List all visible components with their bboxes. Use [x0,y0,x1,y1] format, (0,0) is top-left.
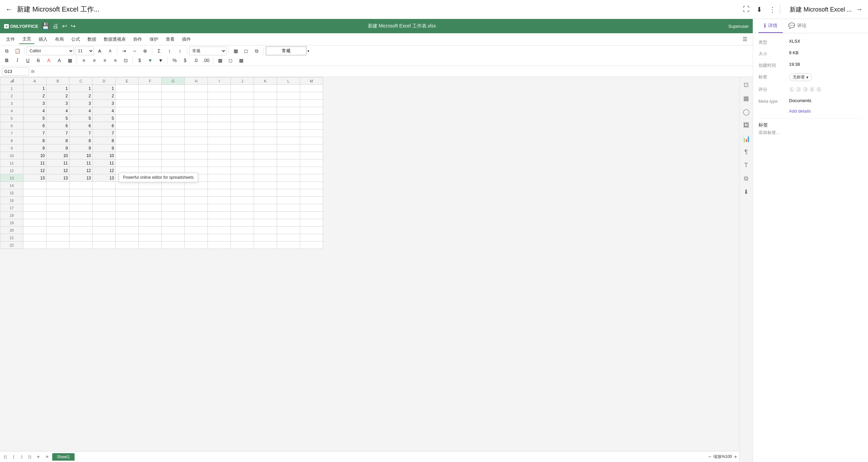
cell-g18[interactable] [162,212,185,219]
inc-button[interactable]: .00 [201,56,211,65]
cell-f18[interactable] [139,212,162,219]
cell-l4[interactable] [277,107,300,115]
align-center-button[interactable]: ≡ [90,56,99,65]
cell-m10[interactable] [300,152,323,159]
sheet-list-button[interactable]: ≡ [43,453,51,461]
cell-g20[interactable] [162,227,185,234]
cell-k17[interactable] [254,204,277,212]
star-2[interactable]: ② [796,86,801,93]
add-details-link[interactable]: Add details [789,109,811,114]
side-download-icon[interactable]: ⬇ [742,187,750,197]
cell-a2[interactable]: 2 [23,92,46,100]
cell-f4[interactable] [139,107,162,115]
bold-button[interactable]: B [2,56,12,65]
cell-j8[interactable] [231,137,254,145]
cell-b16[interactable] [46,197,70,204]
cell-c2[interactable]: 2 [70,92,93,100]
cell-c17[interactable] [70,204,93,212]
cell-i16[interactable] [208,197,231,204]
cell-i3[interactable] [208,100,231,107]
cell-j12[interactable] [231,167,254,174]
cell-e7[interactable] [116,130,139,137]
cell-e10[interactable] [116,152,139,159]
cell-l15[interactable] [277,189,300,197]
cell-h3[interactable] [185,100,208,107]
cell-m16[interactable] [300,197,323,204]
cell-a18[interactable] [23,212,46,219]
star-1[interactable]: ① [789,86,794,93]
cell-k8[interactable] [254,137,277,145]
sort-az-button[interactable]: ↕ [165,46,174,55]
cell-l8[interactable] [277,137,300,145]
cell-e9[interactable] [116,145,139,152]
cell-d10[interactable]: 10 [93,152,116,159]
cell-k16[interactable] [254,197,277,204]
side-copy-icon[interactable]: ⧉ [743,174,750,184]
row-header-3[interactable]: 3 [0,100,23,107]
row-header-1[interactable]: 1 [0,85,23,92]
cell-a16[interactable] [23,197,46,204]
cell-i4[interactable] [208,107,231,115]
cell-l20[interactable] [277,227,300,234]
cell-d13[interactable]: 13 [93,174,116,182]
cell-b8[interactable]: 8 [46,137,70,145]
cell-i12[interactable] [208,167,231,174]
cell-h16[interactable] [185,197,208,204]
cell-a15[interactable] [23,189,46,197]
row-header-6[interactable]: 6 [0,122,23,130]
cell-k22[interactable] [254,242,277,249]
fill-color-button[interactable]: A [55,56,64,65]
cell-f20[interactable] [139,227,162,234]
cell-a20[interactable] [23,227,46,234]
cell-b19[interactable] [46,219,70,227]
currency2-button[interactable]: $ [180,56,190,65]
cell-d6[interactable]: 6 [93,122,116,130]
sheet-prev-btn[interactable]: ⟨ [10,454,17,460]
menu-hamburger[interactable]: ☰ [740,35,750,44]
print-button[interactable]: 🖨 [53,23,59,30]
border-button[interactable]: ▦ [65,56,75,65]
cell-f10[interactable] [139,152,162,159]
cell-a19[interactable] [23,219,46,227]
cell-a14[interactable] [23,182,46,189]
expand-button[interactable]: ⊕ [140,46,150,55]
cell-g16[interactable] [162,197,185,204]
cell-i5[interactable] [208,115,231,122]
cell-f6[interactable] [139,122,162,130]
row-header-19[interactable]: 19 [0,219,23,227]
cell-b12[interactable]: 12 [46,167,70,174]
cell-h4[interactable] [185,107,208,115]
cell-b6[interactable]: 6 [46,122,70,130]
cell-i7[interactable] [208,130,231,137]
cell-c14[interactable] [70,182,93,189]
star-3[interactable]: ③ [803,86,808,93]
cell-e4[interactable] [116,107,139,115]
cell-ref-box[interactable]: G13 [2,68,29,76]
dec-button[interactable]: .0 [191,56,200,65]
cell-h20[interactable] [185,227,208,234]
cell-e18[interactable] [116,212,139,219]
cell-b15[interactable] [46,189,70,197]
cell-b1[interactable]: 1 [46,85,70,92]
menu-layout[interactable]: 布局 [52,35,67,44]
row-header-13[interactable]: 13 [0,174,23,182]
cell-m22[interactable] [300,242,323,249]
underline-button[interactable]: U [23,56,33,65]
cell-l5[interactable] [277,115,300,122]
cell-e1[interactable] [116,85,139,92]
font-family-select[interactable]: Calibri [26,46,74,55]
cell-f11[interactable] [139,159,162,167]
cell-a4[interactable]: 4 [23,107,46,115]
cell-g19[interactable] [162,219,185,227]
cell-c4[interactable]: 4 [70,107,93,115]
filter-button[interactable]: ▼ [145,56,155,65]
zoom-plus-button[interactable]: + [734,454,737,460]
cell-j21[interactable] [231,234,254,242]
cell-b9[interactable]: 9 [46,145,70,152]
percent-button[interactable]: % [170,56,179,65]
cell-g8[interactable] [162,137,185,145]
row-header-17[interactable]: 17 [0,204,23,212]
cell-g22[interactable] [162,242,185,249]
row-header-5[interactable]: 5 [0,115,23,122]
cell-a22[interactable] [23,242,46,249]
